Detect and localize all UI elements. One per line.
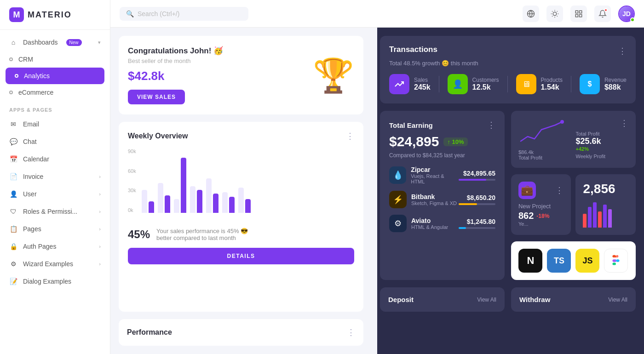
products-label: Products xyxy=(541,77,563,83)
sidebar-item-pages[interactable]: 📋 Pages › xyxy=(0,220,110,238)
theme-icon[interactable] xyxy=(546,6,563,22)
withdraw-view-all[interactable]: View All xyxy=(608,297,627,303)
divider xyxy=(507,76,508,92)
bitbank-left: ⚡ Bitbank Sketch, Figma & XD xyxy=(389,191,457,208)
pages-label: Pages xyxy=(23,225,41,233)
sidebar-nav: ⌂ Dashboards New ▾ CRM Analytics eCommer… xyxy=(0,30,110,354)
bitbank-amount-wrap: $8,650.20 xyxy=(459,194,495,205)
earning-header: Total Earning ⋮ xyxy=(389,120,495,130)
performance-menu[interactable]: ⋮ xyxy=(347,327,355,337)
bitbank-fill xyxy=(459,203,477,205)
sidebar-item-crm[interactable]: CRM xyxy=(0,51,110,68)
divider xyxy=(571,76,571,92)
y-axis-labels: 90k 60k 30k 0k xyxy=(128,148,136,222)
deposit-view-all[interactable]: View All xyxy=(477,297,496,303)
chevron-icon: › xyxy=(99,174,101,179)
svg-point-5 xyxy=(560,120,564,124)
total-profit-label: Total Profit xyxy=(518,155,571,160)
mini-bar xyxy=(588,207,592,228)
profit-chart-section: $86.4k Total Profit xyxy=(518,118,571,160)
project-menu[interactable]: ⋮ xyxy=(555,185,564,195)
logo-text: MATERIO xyxy=(28,10,72,20)
mini-bar xyxy=(593,202,597,228)
company-zipcar: 💧 Zipcar Vuejs, React & HTML $24,895.65 xyxy=(389,166,495,184)
view-sales-button[interactable]: VIEW SALES xyxy=(128,90,185,104)
y-label-90: 90k xyxy=(128,148,136,154)
sidebar-item-email[interactable]: ✉ Email xyxy=(0,115,110,133)
profit-label: Total Profit xyxy=(575,131,628,137)
bar-group-4 xyxy=(190,186,202,213)
sidebar-item-auth[interactable]: 🔒 Auth Pages › xyxy=(0,238,110,255)
zipcar-progress xyxy=(459,179,495,181)
roles-icon: 🛡 xyxy=(9,207,17,216)
bitbank-name: Bitbank xyxy=(411,193,457,200)
sidebar-item-invoice[interactable]: 📄 Invoice › xyxy=(0,168,110,185)
translate-icon[interactable] xyxy=(523,6,539,22)
aviato-progress xyxy=(459,227,495,229)
products-value: 1.54k xyxy=(541,83,563,91)
transactions-menu[interactable]: ⋮ xyxy=(618,46,627,56)
y-label-60: 60k xyxy=(128,168,136,174)
notifications-icon[interactable] xyxy=(594,6,611,22)
svg-rect-3 xyxy=(575,14,578,17)
transactions-card: Transactions ⋮ Total 48.5% growth 😊 this… xyxy=(380,36,636,103)
sidebar-item-wizard[interactable]: ⚙ Wizard Examples › xyxy=(0,255,110,273)
avatar-wrap[interactable]: JD xyxy=(618,6,635,22)
congrats-subtitle: Best seller of the month xyxy=(128,57,223,64)
sidebar-item-calendar[interactable]: 📅 Calendar xyxy=(0,150,110,168)
weekly-header: Weekly Overview ⋮ xyxy=(128,131,354,141)
products-data: Products 1.54k xyxy=(541,77,563,91)
chevron-icon: › xyxy=(99,226,101,232)
earning-compare: Compared to $84,325 last year xyxy=(389,152,495,159)
deposit-header: Deposit View All xyxy=(388,296,496,303)
tech-logos-card: N TS JS xyxy=(511,241,636,280)
weekly-profit-label: Weekly Profit xyxy=(575,154,628,159)
bar-group-2 xyxy=(158,183,170,213)
logo-area: M MATERIO xyxy=(0,0,110,30)
sidebar-item-dashboards[interactable]: ⌂ Dashboards New ▾ xyxy=(0,34,110,51)
number-card: 2,856 xyxy=(575,174,636,235)
aviato-info: Aviato HTML & Angular xyxy=(411,217,448,230)
bar-light xyxy=(158,183,163,213)
bar-group-3 xyxy=(174,158,186,213)
bar-group-1 xyxy=(142,190,154,213)
sidebar-item-ecommerce[interactable]: eCommerce xyxy=(0,84,110,101)
revenue-stat: $ Revenue $88k xyxy=(580,74,627,94)
profit-growth: +42% xyxy=(575,146,628,152)
weekly-menu[interactable]: ⋮ xyxy=(346,131,354,141)
svg-rect-4 xyxy=(580,14,582,17)
topbar: 🔍 Search (Ctrl+/) JD xyxy=(110,0,644,28)
logo-icon: M xyxy=(9,7,24,22)
bar-light xyxy=(238,188,244,213)
details-button[interactable]: DETAILS xyxy=(128,248,354,264)
sidebar-item-dialog[interactable]: 📝 Dialog Examples xyxy=(0,273,110,290)
revenue-icon: $ xyxy=(580,74,600,94)
zipcar-name: Zipcar xyxy=(411,166,459,173)
sidebar-item-user[interactable]: 👤 User › xyxy=(0,185,110,203)
zipcar-logo: 💧 xyxy=(389,166,406,184)
bar-group-6 xyxy=(222,192,235,213)
grid-icon[interactable] xyxy=(570,6,587,22)
profit-menu[interactable]: ⋮ xyxy=(620,118,628,128)
bar-purple xyxy=(181,158,186,213)
zipcar-sub: Vuejs, React & HTML xyxy=(411,173,459,184)
bar-light xyxy=(222,192,228,213)
earning-menu[interactable]: ⋮ xyxy=(487,120,495,130)
sidebar-item-analytics[interactable]: Analytics xyxy=(6,68,104,84)
sidebar-item-roles[interactable]: 🛡 Roles & Permissi... › xyxy=(0,203,110,220)
congrats-title: Congratulations John! 🥳 xyxy=(128,46,223,56)
big-number: 2,856 xyxy=(583,182,628,196)
search-input[interactable]: 🔍 Search (Ctrl+/) xyxy=(120,7,248,21)
perf-text-sub: better compared to last month xyxy=(156,234,248,241)
dialog-icon: 📝 xyxy=(9,277,17,285)
transactions-subtitle: Total 48.5% growth 😊 this month xyxy=(389,60,627,67)
deposit-title: Deposit xyxy=(388,296,414,303)
dialog-label: Dialog Examples xyxy=(23,278,71,285)
transactions-title: Transactions xyxy=(389,45,437,54)
svg-rect-1 xyxy=(575,11,578,13)
sidebar-item-chat[interactable]: 💬 Chat xyxy=(0,133,110,150)
products-icon: 🖥 xyxy=(516,74,536,94)
new-project-card: 💼 ⋮ New Project 862 -18% Ye... xyxy=(511,174,571,235)
weekly-title: Weekly Overview xyxy=(128,132,188,140)
aviato-sub: HTML & Angular xyxy=(411,224,448,230)
